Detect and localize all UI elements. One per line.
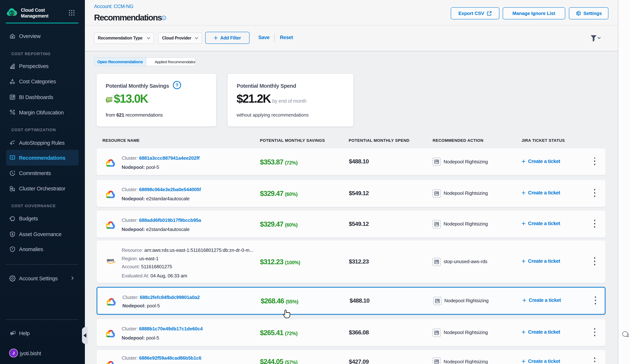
svg-text:?: ? — [176, 83, 178, 88]
svg-text:$: $ — [12, 232, 13, 236]
svg-text:?: ? — [11, 332, 13, 334]
svg-text:aws: aws — [107, 258, 114, 262]
svg-text:$: $ — [10, 10, 13, 16]
